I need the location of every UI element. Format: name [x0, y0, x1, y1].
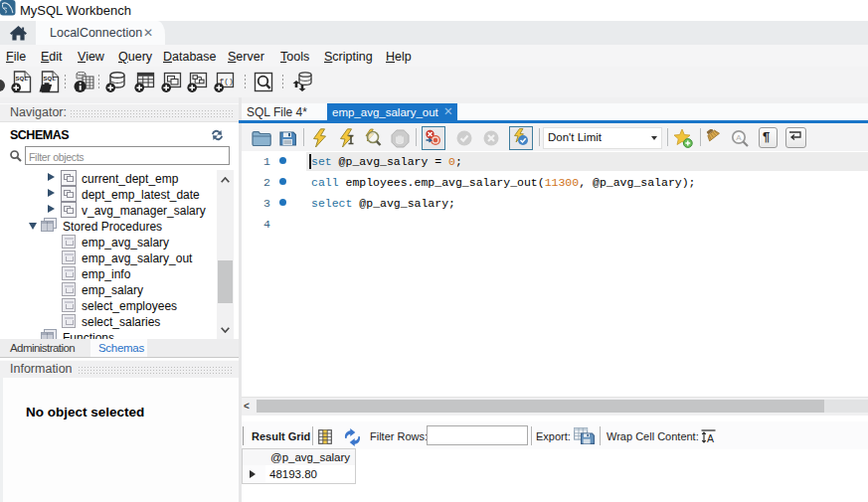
svg-text:A: A [736, 133, 742, 142]
svg-text:SQL: SQL [43, 76, 56, 82]
svg-text:SQL: SQL [15, 76, 28, 82]
svg-text:A: A [707, 432, 714, 444]
